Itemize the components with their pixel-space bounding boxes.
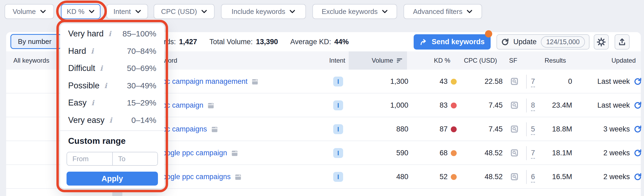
kd-option-easy[interactable]: Easy i 15–29% bbox=[60, 94, 164, 112]
keyword-link[interactable]: ppc campaigns bbox=[158, 117, 218, 141]
serp-features-icon[interactable] bbox=[510, 148, 519, 157]
filter-kd-button[interactable]: KD % bbox=[61, 4, 100, 19]
filter-advanced-filters-button[interactable]: Advanced filters bbox=[404, 4, 482, 19]
export-icon bbox=[618, 38, 626, 46]
column-header-volume[interactable]: Volume bbox=[349, 51, 407, 70]
info-icon[interactable]: i bbox=[91, 48, 94, 55]
serp-page-icon[interactable] bbox=[207, 102, 215, 109]
chevron-down-icon bbox=[289, 10, 295, 13]
serp-page-icon[interactable] bbox=[234, 173, 242, 181]
intent-badge[interactable]: I bbox=[333, 124, 343, 134]
kd-difficulty-dot bbox=[451, 126, 457, 132]
updated-value: 2 weeks bbox=[603, 149, 630, 157]
cpc-value: 22.58 bbox=[465, 70, 503, 93]
info-icon[interactable]: i bbox=[91, 99, 94, 106]
chevron-down-icon bbox=[40, 10, 46, 13]
average-kd-label: Average KD: bbox=[290, 38, 331, 46]
settings-button[interactable] bbox=[594, 34, 609, 50]
apply-button[interactable]: Apply bbox=[67, 172, 158, 186]
refresh-row-icon[interactable] bbox=[634, 173, 642, 181]
kd-value: 83 bbox=[421, 93, 448, 117]
sf-value[interactable]: 7 bbox=[531, 149, 535, 159]
updated-cell: Last week bbox=[578, 93, 642, 117]
serp-page-icon[interactable] bbox=[211, 126, 218, 133]
chevron-down-icon bbox=[89, 10, 95, 13]
updated-cell: 2 weeks bbox=[578, 165, 642, 189]
custom-range-inputs bbox=[67, 152, 158, 166]
filter-intent-button[interactable]: Intent bbox=[106, 4, 148, 19]
serp-features-icon[interactable] bbox=[510, 125, 519, 134]
filter-cpc-button[interactable]: CPC (USD) bbox=[154, 4, 215, 19]
column-header-updated[interactable]: Updated bbox=[596, 51, 636, 70]
info-icon[interactable]: i bbox=[108, 30, 111, 37]
filter-exclude-keywords-button[interactable]: Exclude keywords bbox=[312, 4, 397, 19]
export-button[interactable] bbox=[615, 34, 630, 50]
serp-features-icon[interactable] bbox=[510, 172, 519, 181]
refresh-row-icon[interactable] bbox=[634, 101, 642, 110]
serp-features-icon[interactable] bbox=[510, 77, 519, 86]
kd-filter-dropdown: Very hard i 85–100% Hard i 70–84% Diffic… bbox=[60, 24, 164, 189]
kd-value: 87 bbox=[421, 117, 448, 141]
filter-advanced-filters-label: Advanced filters bbox=[413, 7, 463, 16]
summary-stats: Keywords: 1,427 Total Volume: 13,390 Ave… bbox=[142, 32, 349, 51]
update-button[interactable]: Update 124/15,000 bbox=[496, 34, 589, 50]
info-icon[interactable]: i bbox=[100, 65, 103, 72]
sf-value[interactable]: 6 bbox=[531, 173, 535, 183]
intent-badge[interactable]: I bbox=[333, 77, 343, 86]
sort-descending-icon bbox=[396, 58, 403, 63]
kd-option-hard[interactable]: Hard i 70–84% bbox=[60, 43, 164, 60]
column-header-results[interactable]: Results bbox=[529, 51, 566, 70]
cpc-value: 48.52 bbox=[465, 165, 503, 189]
by-number-label: By number bbox=[18, 37, 52, 46]
sidebar-scrollbar[interactable] bbox=[112, 191, 122, 196]
filter-volume-button[interactable]: Volume bbox=[5, 4, 54, 19]
kd-difficulty-dot bbox=[451, 174, 457, 180]
by-number-toggle[interactable]: By number bbox=[10, 34, 62, 49]
sf-value[interactable]: 8 bbox=[531, 101, 535, 111]
sf-value[interactable]: 5 bbox=[531, 125, 535, 135]
kd-from-input[interactable] bbox=[67, 152, 112, 165]
info-icon[interactable]: i bbox=[104, 82, 107, 89]
filter-include-keywords-button[interactable]: Include keywords bbox=[221, 4, 306, 19]
intent-badge[interactable]: I bbox=[333, 172, 343, 182]
serp-features-icon[interactable] bbox=[510, 101, 519, 110]
sf-value[interactable]: 7 bbox=[531, 77, 535, 87]
kd-difficulty-dot bbox=[451, 79, 457, 85]
cpc-value: 7.45 bbox=[465, 117, 503, 141]
keyword-link[interactable]: google ppc campaign bbox=[158, 141, 238, 165]
column-header-kd[interactable]: KD % bbox=[418, 51, 450, 70]
refresh-row-icon[interactable] bbox=[634, 149, 642, 157]
filter-include-keywords-label: Include keywords bbox=[232, 7, 285, 16]
average-kd-value: 44% bbox=[334, 38, 349, 46]
column-header-sf[interactable]: SF bbox=[509, 51, 517, 70]
serp-page-icon[interactable] bbox=[251, 78, 259, 85]
info-icon[interactable]: i bbox=[109, 117, 112, 124]
refresh-row-icon[interactable] bbox=[634, 125, 642, 133]
column-header-intent[interactable]: Intent bbox=[327, 51, 345, 70]
kd-option-very-hard[interactable]: Very hard i 85–100% bbox=[60, 25, 164, 43]
refresh-row-icon[interactable] bbox=[634, 77, 642, 86]
send-keywords-button[interactable]: Send keywords bbox=[414, 34, 491, 50]
keyword-link[interactable]: ppc campaign bbox=[158, 93, 215, 117]
kd-value: 52 bbox=[421, 165, 448, 189]
serp-page-icon[interactable] bbox=[231, 149, 238, 157]
total-volume-label: Total Volume: bbox=[210, 38, 253, 46]
updated-cell: Last week bbox=[578, 70, 642, 93]
kd-difficulty-dot bbox=[451, 103, 457, 108]
column-header-cpc[interactable]: CPC (USD) bbox=[454, 51, 497, 70]
updated-cell: 2 weeks bbox=[578, 141, 642, 165]
kd-option-difficult[interactable]: Difficult i 50–69% bbox=[60, 60, 164, 77]
kd-option-possible[interactable]: Possible i 30–49% bbox=[60, 77, 164, 95]
updated-cell: 3 weeks bbox=[578, 117, 642, 141]
filter-volume-label: Volume bbox=[13, 7, 36, 16]
intent-badge[interactable]: I bbox=[333, 100, 343, 110]
refresh-icon bbox=[501, 38, 509, 46]
kd-to-input[interactable] bbox=[112, 152, 157, 165]
keyword-link[interactable]: ppc campaign management bbox=[158, 70, 259, 93]
intent-badge[interactable]: I bbox=[333, 148, 343, 158]
volume-value: 1,000 bbox=[363, 93, 408, 117]
kd-option-very-easy[interactable]: Very easy i 0–14% bbox=[60, 112, 164, 129]
update-label: Update bbox=[513, 38, 537, 46]
results-value: 0 bbox=[540, 70, 572, 93]
keyword-link[interactable]: google ppc campaigns bbox=[158, 165, 242, 189]
